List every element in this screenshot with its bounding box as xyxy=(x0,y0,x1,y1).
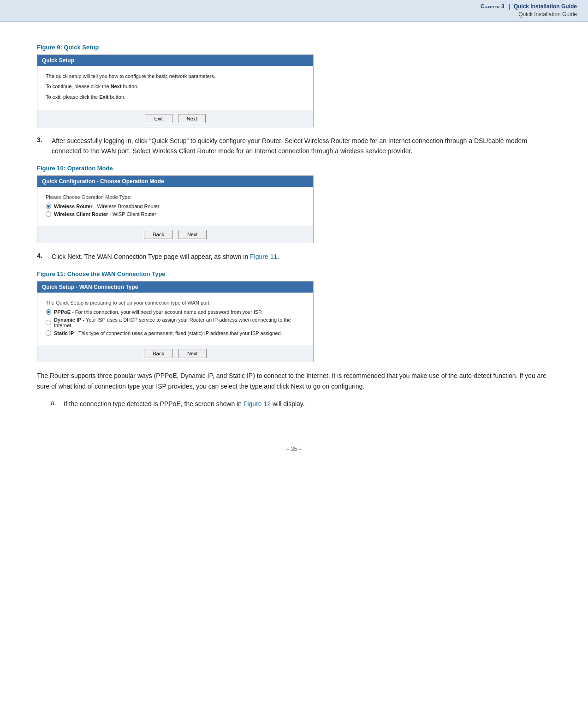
fig9-line2: To continue, please click the Next butto… xyxy=(46,83,305,90)
step4-text: Click Next. The WAN Connection Type page… xyxy=(52,252,551,262)
header-guide-top: Quick Installation Guide xyxy=(514,3,577,10)
fig11-radio2-label: Dynamic IP xyxy=(54,317,81,323)
fig10-radio1[interactable]: Wireless Router - Wireless Broadband Rou… xyxy=(46,204,305,209)
fig10-radio1-text: Wireless Router - Wireless Broadband Rou… xyxy=(54,204,160,209)
fig11-radio1[interactable]: PPPoE - For this connection, your will n… xyxy=(46,309,305,315)
wan-paragraph: The Router supports three popular ways (… xyxy=(37,371,551,391)
fig11-radio1-text: PPPoE - For this connection, your will n… xyxy=(54,309,262,315)
step-a-text-part2: will display. xyxy=(271,400,305,407)
step4-text-part1: Click Next. The WAN Connection Type page… xyxy=(52,253,250,260)
figure10-title: Quick Configuration - Choose Operation M… xyxy=(37,176,313,187)
step3-text: After successfully logging in, click “Qu… xyxy=(52,136,551,156)
fig11-radio3-circle[interactable] xyxy=(46,330,51,336)
figure11-box: Quick Setup - WAN Connection Type The Qu… xyxy=(37,281,314,363)
figure10-body: Please Choose Operation Mode Type: Wirel… xyxy=(37,187,313,226)
fig9-line2-suffix: button. xyxy=(121,84,138,89)
figure11-body: The Quick Setup is preparing to set up y… xyxy=(37,293,313,345)
fig10-radio1-label: Wireless Router xyxy=(54,204,93,209)
figure9-box: Quick Setup The quick setup will tell yo… xyxy=(37,54,314,128)
fig10-radio2-label: Wireless Client Router xyxy=(54,211,108,217)
page-header: Chapter 3 | Quick Installation Guide Qui… xyxy=(0,0,588,22)
fig10-radio2-text: Wireless Client Router - WiSP Client Rou… xyxy=(54,211,156,217)
fig9-line1: The quick setup will tell you how to con… xyxy=(46,72,305,80)
main-content: Figure 9: Quick Setup Quick Setup The qu… xyxy=(0,22,588,428)
fig11-label: The Quick Setup is preparing to set up y… xyxy=(46,299,305,307)
fig10-radio1-circle[interactable] xyxy=(46,204,51,209)
fig9-line2-bold: Next xyxy=(111,84,122,89)
figure11-caption: Figure 11: Choose the WAN Connection Typ… xyxy=(37,270,551,277)
fig10-radio2-desc: - WiSP Client Router xyxy=(108,211,156,217)
fig11-radio1-circle[interactable] xyxy=(46,309,51,315)
fig11-radio1-desc: - For this connection, your will need yo… xyxy=(71,309,262,315)
fig11-back-button[interactable]: Back xyxy=(144,349,172,358)
step-a-text-part1: If the connection type detected is PPPoE… xyxy=(64,400,244,407)
step4-item: 4. Click Next. The WAN Connection Type p… xyxy=(37,252,551,262)
step-a-letter: a. xyxy=(51,399,59,409)
page-number: – 35 – xyxy=(286,446,302,452)
figure9-title: Quick Setup xyxy=(37,55,313,66)
fig11-radio3-desc: - This type of connection uses a permane… xyxy=(74,330,282,336)
step3-number: 3. xyxy=(37,136,46,156)
fig10-label: Please Choose Operation Mode Type: xyxy=(46,193,305,201)
fig11-radio3[interactable]: Static IP - This type of connection uses… xyxy=(46,330,305,336)
figure10-footer: Back Next xyxy=(37,226,313,243)
header-guide-bottom: Quick Installation Guide xyxy=(481,11,577,18)
figure10-box: Quick Configuration - Choose Operation M… xyxy=(37,175,314,244)
figure9-footer: Exit Next xyxy=(37,110,313,127)
figure9-caption: Figure 9: Quick Setup xyxy=(37,44,551,51)
page-footer: – 35 – xyxy=(0,437,588,461)
fig11-radio3-text: Static IP - This type of connection uses… xyxy=(54,330,282,336)
header-right: Chapter 3 | Quick Installation Guide Qui… xyxy=(481,3,577,18)
step-a-figure12-link[interactable]: Figure 12 xyxy=(244,400,271,407)
fig10-back-button[interactable]: Back xyxy=(144,230,172,239)
step4-number: 4. xyxy=(37,252,46,262)
fig9-line2-prefix: To continue, please click the xyxy=(46,84,111,89)
chapter-label: Chapter 3 xyxy=(481,3,505,10)
fig11-radio1-label: PPPoE xyxy=(54,309,71,315)
figure11-title: Quick Setup - WAN Connection Type xyxy=(37,282,313,293)
fig10-radio2[interactable]: Wireless Client Router - WiSP Client Rou… xyxy=(46,211,305,217)
fig11-radio2[interactable]: Dynamic IP - Your ISP uses a DHCP servic… xyxy=(46,317,305,328)
fig9-line3-prefix: To exit, please click the xyxy=(46,94,99,100)
step-a-text: If the connection type detected is PPPoE… xyxy=(64,399,305,409)
fig9-next-button[interactable]: Next xyxy=(178,114,206,123)
step4-text-part2: . xyxy=(277,253,279,260)
fig10-radio1-desc: - Wireless Broadband Router xyxy=(93,204,160,209)
figure10-caption: Figure 10: Operation Mode xyxy=(37,165,551,172)
fig9-line3: To exit, please click the Exit button. xyxy=(46,93,305,101)
figure11-footer: Back Next xyxy=(37,345,313,362)
fig11-radio2-circle[interactable] xyxy=(46,320,51,325)
header-separator: | xyxy=(509,3,511,10)
fig9-line3-bold: Exit xyxy=(99,94,108,100)
fig11-radio2-desc: - Your ISP uses a DHCP service to assign… xyxy=(54,317,291,328)
fig11-radio3-label: Static IP xyxy=(54,330,74,336)
fig11-radio2-text: Dynamic IP - Your ISP uses a DHCP servic… xyxy=(54,317,305,328)
step-a-item: a. If the connection type detected is PP… xyxy=(51,399,551,409)
fig9-line3-suffix: button. xyxy=(108,94,125,100)
fig10-next-button[interactable]: Next xyxy=(178,230,207,239)
step4-figure11-link[interactable]: Figure 11 xyxy=(250,253,277,260)
fig11-next-button[interactable]: Next xyxy=(178,349,207,358)
step3-item: 3. After successfully logging in, click … xyxy=(37,136,551,156)
fig9-exit-button[interactable]: Exit xyxy=(145,114,172,123)
fig10-radio2-circle[interactable] xyxy=(46,211,51,217)
figure9-body: The quick setup will tell you how to con… xyxy=(37,66,313,110)
header-chapter: Chapter 3 | Quick Installation Guide xyxy=(481,3,577,11)
